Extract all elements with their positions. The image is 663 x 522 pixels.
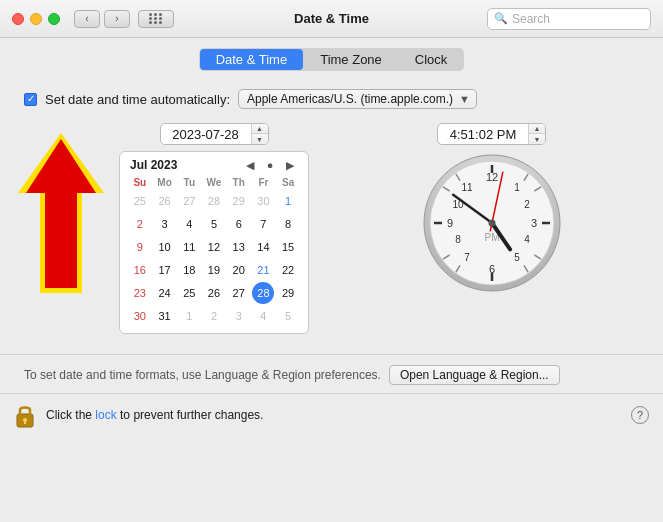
calendar-day[interactable]: 16 [129, 259, 151, 281]
svg-text:8: 8 [455, 234, 461, 245]
auto-label: Set date and time automatically: [45, 92, 230, 107]
calendar-day[interactable]: 25 [129, 190, 151, 212]
svg-text:1: 1 [514, 182, 520, 193]
calendar-next-button[interactable]: ▶ [282, 158, 298, 172]
footer: Click the lock to prevent further change… [0, 393, 663, 436]
search-box[interactable]: 🔍 Search [487, 8, 651, 30]
window-title: Date & Time [294, 11, 369, 26]
svg-text:11: 11 [461, 182, 473, 193]
cal-header-sun: Su [128, 176, 152, 189]
calendar-day[interactable]: 8 [277, 213, 299, 235]
chevron-down-icon: ▼ [459, 93, 470, 105]
calendar-day[interactable]: 3 [228, 305, 250, 327]
svg-marker-1 [26, 139, 96, 288]
calendar-day[interactable]: 6 [228, 213, 250, 235]
close-button[interactable] [12, 13, 24, 25]
calendar-day[interactable]: 25 [178, 282, 200, 304]
footer-lock-link[interactable]: lock [95, 408, 116, 422]
help-button[interactable]: ? [631, 406, 649, 424]
calendar-day[interactable]: 14 [252, 236, 274, 258]
time-area: 4:51:02 PM ▲ ▼ [344, 123, 639, 293]
time-stepper-arrows[interactable]: ▲ ▼ [528, 124, 545, 144]
date-time-area: 2023-07-28 ▲ ▼ Jul 2023 ◀ ● ▶ [24, 123, 639, 334]
time-stepper[interactable]: 4:51:02 PM ▲ ▼ [437, 123, 546, 145]
grid-button[interactable] [138, 10, 174, 28]
cal-header-sa: Sa [276, 176, 300, 189]
svg-point-32 [488, 220, 495, 227]
calendar-day[interactable]: 9 [129, 236, 151, 258]
calendar-day[interactable]: 30 [252, 190, 274, 212]
calendar-day[interactable]: 29 [228, 190, 250, 212]
nav-buttons: ‹ › [74, 10, 130, 28]
main-content: ✓ Set date and time automatically: Apple… [0, 79, 663, 354]
calendar-nav: ◀ ● ▶ [242, 158, 298, 172]
calendar-day[interactable]: 19 [203, 259, 225, 281]
lock-icon[interactable] [14, 402, 36, 428]
calendar-day[interactable]: 4 [178, 213, 200, 235]
calendar-day[interactable]: 20 [228, 259, 250, 281]
calendar-bullet: ● [262, 158, 278, 172]
calendar-day[interactable]: 30 [129, 305, 151, 327]
calendar: Jul 2023 ◀ ● ▶ Su Mo Tu We Th [119, 151, 309, 334]
date-stepper-arrows[interactable]: ▲ ▼ [251, 124, 268, 144]
calendar-day[interactable]: 15 [277, 236, 299, 258]
server-text: Apple Americas/U.S. (time.apple.com.) [247, 92, 453, 106]
server-dropdown[interactable]: Apple Americas/U.S. (time.apple.com.) ▼ [238, 89, 477, 109]
calendar-day[interactable]: 17 [154, 259, 176, 281]
calendar-day[interactable]: 7 [252, 213, 274, 235]
calendar-day[interactable]: 27 [228, 282, 250, 304]
svg-rect-35 [24, 421, 26, 424]
calendar-day[interactable]: 5 [277, 305, 299, 327]
forward-button[interactable]: › [104, 10, 130, 28]
calendar-day[interactable]: 23 [129, 282, 151, 304]
time-value: 4:51:02 PM [438, 125, 528, 144]
date-stepper[interactable]: 2023-07-28 ▲ ▼ [160, 123, 269, 145]
open-language-region-button[interactable]: Open Language & Region... [389, 365, 560, 385]
calendar-day[interactable]: 22 [277, 259, 299, 281]
auto-row: ✓ Set date and time automatically: Apple… [24, 89, 639, 109]
tab-clock[interactable]: Clock [399, 49, 464, 70]
calendar-day[interactable]: 13 [228, 236, 250, 258]
calendar-day[interactable]: 11 [178, 236, 200, 258]
svg-text:9: 9 [446, 217, 452, 229]
clock-face: 12 3 6 9 1 2 4 5 7 8 10 11 PM [422, 153, 562, 293]
calendar-day[interactable]: 31 [154, 305, 176, 327]
calendar-day[interactable]: 18 [178, 259, 200, 281]
svg-text:3: 3 [530, 217, 536, 229]
calendar-day[interactable]: 26 [203, 282, 225, 304]
minimize-button[interactable] [30, 13, 42, 25]
clock-svg: 12 3 6 9 1 2 4 5 7 8 10 11 PM [422, 153, 562, 293]
auto-checkbox[interactable]: ✓ [24, 93, 37, 106]
tab-group: Date & Time Time Zone Clock [199, 48, 465, 71]
calendar-day[interactable]: 21 [252, 259, 274, 281]
calendar-header: Jul 2023 ◀ ● ▶ [128, 158, 300, 172]
calendar-prev-button[interactable]: ◀ [242, 158, 258, 172]
calendar-day[interactable]: 5 [203, 213, 225, 235]
tab-time-zone[interactable]: Time Zone [304, 49, 398, 70]
calendar-day[interactable]: 2 [129, 213, 151, 235]
calendar-day[interactable]: 3 [154, 213, 176, 235]
calendar-day[interactable]: 2 [203, 305, 225, 327]
calendar-day[interactable]: 1 [277, 190, 299, 212]
bottom-hint: To set date and time formats, use Langua… [0, 354, 663, 393]
calendar-day[interactable]: 1 [178, 305, 200, 327]
calendar-day[interactable]: 4 [252, 305, 274, 327]
tab-date-time[interactable]: Date & Time [200, 49, 304, 70]
date-increment-button[interactable]: ▲ [252, 124, 268, 134]
time-increment-button[interactable]: ▲ [529, 124, 545, 134]
maximize-button[interactable] [48, 13, 60, 25]
calendar-day[interactable]: 27 [178, 190, 200, 212]
calendar-day[interactable]: 10 [154, 236, 176, 258]
calendar-day[interactable]: 24 [154, 282, 176, 304]
cal-header-tu: Tu [177, 176, 201, 189]
svg-text:12: 12 [485, 171, 497, 183]
time-decrement-button[interactable]: ▼ [529, 134, 545, 144]
calendar-today[interactable]: 28 [252, 282, 274, 304]
calendar-day[interactable]: 12 [203, 236, 225, 258]
calendar-day[interactable]: 29 [277, 282, 299, 304]
calendar-day[interactable]: 28 [203, 190, 225, 212]
calendar-day[interactable]: 26 [154, 190, 176, 212]
back-button[interactable]: ‹ [74, 10, 100, 28]
checkbox-check-icon: ✓ [27, 94, 35, 104]
date-decrement-button[interactable]: ▼ [252, 134, 268, 144]
